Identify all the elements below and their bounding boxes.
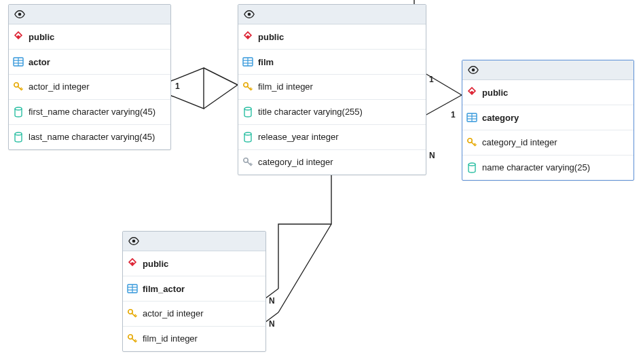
column-icon <box>242 107 253 117</box>
schema-icon <box>466 87 477 98</box>
fk-key-icon <box>242 157 253 168</box>
column-name: category_id integer <box>482 137 557 148</box>
column-row: category_id integer <box>238 150 426 175</box>
entity-actor[interactable]: public actor actor_id integer first_name… <box>8 4 171 150</box>
svg-point-38 <box>128 335 132 339</box>
column-row: title character varying(255) <box>238 100 426 125</box>
svg-point-19 <box>244 132 251 135</box>
column-row: name character varying(25) <box>462 156 633 180</box>
column-row: category_id integer <box>462 130 633 156</box>
schema-name: public <box>29 32 54 42</box>
entity-header[interactable] <box>123 232 265 251</box>
svg-point-37 <box>128 310 132 314</box>
column-icon <box>466 162 477 173</box>
schema-row: public <box>462 80 633 105</box>
svg-point-32 <box>131 262 134 265</box>
table-name: film_actor <box>143 284 185 294</box>
table-icon <box>13 56 24 67</box>
cardinality-label: N <box>269 319 275 329</box>
svg-point-17 <box>244 83 248 87</box>
svg-point-10 <box>248 13 251 16</box>
column-row: last_name character varying(45) <box>9 125 170 149</box>
svg-point-8 <box>15 107 22 110</box>
schema-name: public <box>258 32 284 42</box>
table-row: film <box>238 50 426 75</box>
cardinality-label: N <box>269 296 275 306</box>
column-name: title character varying(255) <box>258 107 363 117</box>
schema-icon <box>242 31 253 42</box>
cardinality-label: 1 <box>429 75 434 84</box>
entity-category[interactable]: public category category_id integer name… <box>462 60 634 181</box>
cardinality-label: 1 <box>175 81 180 91</box>
cardinality-label: N <box>429 151 435 160</box>
table-row: actor <box>9 50 170 75</box>
column-name: first_name character varying(45) <box>29 107 155 117</box>
eye-icon <box>468 65 479 75</box>
schema-row: public <box>123 251 265 276</box>
column-icon <box>13 132 24 143</box>
table-icon <box>127 283 138 294</box>
table-name: actor <box>29 57 50 67</box>
svg-point-30 <box>132 240 136 243</box>
entity-film-actor[interactable]: public film_actor actor_id integer film_… <box>122 231 266 352</box>
eye-icon <box>14 9 25 20</box>
svg-point-12 <box>246 35 249 38</box>
schema-row: public <box>9 24 170 50</box>
table-row: film_actor <box>123 276 265 302</box>
column-row: actor_id integer <box>9 75 170 100</box>
table-name: film <box>258 57 274 67</box>
svg-point-2 <box>17 35 20 38</box>
svg-point-7 <box>14 83 18 87</box>
column-icon <box>242 132 253 143</box>
cardinality-label: 1 <box>451 110 456 120</box>
column-name: film_id integer <box>258 81 313 92</box>
schema-name: public <box>482 88 508 98</box>
column-name: actor_id integer <box>143 308 204 319</box>
svg-point-18 <box>244 107 251 110</box>
column-icon <box>13 107 24 117</box>
entity-header[interactable] <box>9 5 170 24</box>
entity-header[interactable] <box>462 60 633 80</box>
schema-row: public <box>238 24 426 50</box>
entity-film[interactable]: public film film_id integer title charac… <box>238 4 426 175</box>
svg-point-20 <box>244 158 248 162</box>
column-row: film_id integer <box>238 75 426 100</box>
column-row: first_name character varying(45) <box>9 100 170 125</box>
key-icon <box>13 81 24 92</box>
key-icon <box>242 81 253 92</box>
key-icon <box>127 308 138 319</box>
schema-name: public <box>143 259 168 269</box>
table-icon <box>242 56 253 67</box>
column-row: film_id integer <box>123 327 265 351</box>
svg-point-9 <box>15 132 22 135</box>
key-icon <box>466 137 477 148</box>
table-name: category <box>482 113 519 123</box>
svg-point-0 <box>18 13 22 16</box>
column-name: name character varying(25) <box>482 162 590 173</box>
column-row: actor_id integer <box>123 302 265 327</box>
column-row: release_year integer <box>238 125 426 150</box>
key-icon <box>127 333 138 344</box>
svg-point-23 <box>471 91 473 94</box>
svg-point-21 <box>472 69 475 72</box>
svg-point-29 <box>469 163 475 166</box>
table-row: category <box>462 105 633 130</box>
schema-icon <box>13 31 24 42</box>
svg-point-28 <box>468 139 472 143</box>
column-name: last_name character varying(45) <box>29 132 155 143</box>
column-name: category_id integer <box>258 157 333 168</box>
column-name: film_id integer <box>143 333 198 344</box>
schema-icon <box>127 258 138 269</box>
eye-icon <box>244 9 255 20</box>
entity-header[interactable] <box>238 5 426 24</box>
eye-icon <box>128 236 139 247</box>
column-name: release_year integer <box>258 132 339 143</box>
table-icon <box>466 112 477 123</box>
column-name: actor_id integer <box>29 81 90 92</box>
